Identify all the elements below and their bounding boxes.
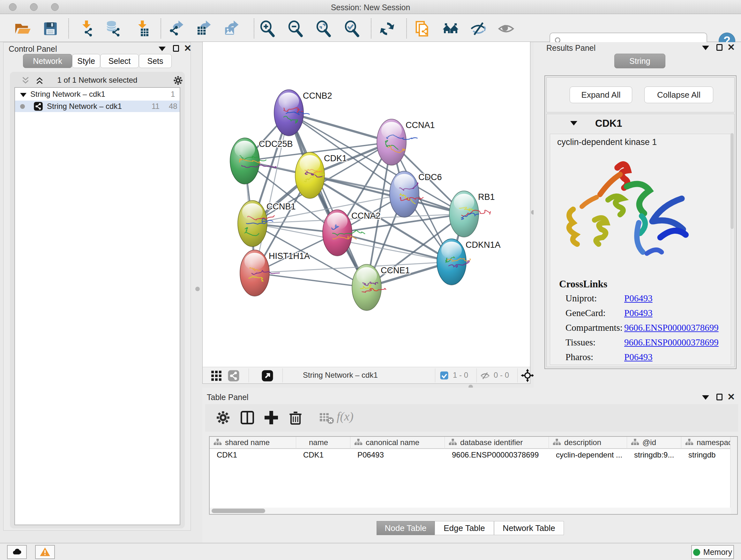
zoom-out-icon[interactable]: [286, 20, 305, 38]
open-session-icon[interactable]: [13, 20, 31, 38]
crosslink-link[interactable]: P06493: [624, 293, 653, 304]
results-panel-float-icon[interactable]: [717, 44, 723, 51]
tab-edge-table[interactable]: Edge Table: [434, 521, 494, 535]
crosslink-link[interactable]: P06493: [624, 308, 653, 318]
tab-string[interactable]: String: [614, 54, 665, 68]
column-header-shared-name[interactable]: shared name: [210, 437, 296, 449]
table-options-gear-icon[interactable]: [214, 409, 232, 427]
open-in-window-icon[interactable]: [261, 369, 274, 382]
import-table-icon[interactable]: [133, 20, 151, 38]
import-network-database-icon[interactable]: [105, 20, 122, 38]
tab-sets[interactable]: Sets: [139, 54, 172, 68]
crosslink-label: GeneCard:: [565, 308, 606, 318]
node-label-RB1: RB1: [478, 192, 495, 202]
attribute-type-icon: [448, 438, 458, 447]
cloud-button[interactable]: [7, 545, 27, 559]
table-cell[interactable]: CDK1: [296, 449, 350, 461]
refresh-icon[interactable]: [378, 20, 396, 38]
warning-button[interactable]: [35, 545, 55, 559]
toolbar-separator: [371, 18, 372, 38]
memory-button[interactable]: Memory: [691, 545, 734, 559]
tab-node-table[interactable]: Node Table: [377, 521, 434, 535]
crosslink-link[interactable]: 9606.ENSP00000378699: [624, 322, 719, 333]
table-horizontal-scrollbar[interactable]: [210, 508, 731, 514]
control-panel-float-icon[interactable]: [173, 45, 179, 52]
collapse-all-button[interactable]: Collapse All: [644, 86, 713, 103]
network-collection-row[interactable]: String Network – cdk11: [15, 88, 180, 100]
table-cell[interactable]: P06493: [350, 449, 445, 461]
show-columns-icon[interactable]: [239, 409, 256, 427]
selected-checkbox-icon[interactable]: [440, 371, 449, 380]
control-panel-close-icon[interactable]: ✕: [184, 43, 192, 54]
node-count: 11: [151, 101, 159, 112]
network-graph[interactable]: CCNB2CCNA1CDC25BCDK1CDC6RB1CCNB1CCNA2CDK…: [203, 42, 530, 367]
import-network-file-icon[interactable]: [77, 20, 95, 38]
zoom-selected-icon[interactable]: [343, 20, 361, 38]
results-panel-title: Results Panel: [546, 44, 596, 53]
function-builder-icon[interactable]: f(x): [337, 409, 354, 423]
title-bar: Session: New Session: [0, 0, 741, 14]
results-scroll-area: Expand All Collapse All CDK1 cyclin-depe…: [544, 75, 737, 369]
column-header-description[interactable]: description: [549, 437, 627, 449]
column-header-name[interactable]: name: [296, 437, 350, 449]
column-header-database-identifier[interactable]: database identifier: [445, 437, 549, 449]
crosslink-link[interactable]: P06493: [624, 352, 653, 362]
column-header-canonical-name[interactable]: canonical name: [350, 437, 445, 449]
clone-network-icon[interactable]: [413, 20, 431, 38]
save-session-icon[interactable]: [42, 20, 59, 38]
table-cell[interactable]: 9606.ENSP00000378699: [445, 449, 549, 461]
node-label-CDC6: CDC6: [418, 172, 442, 182]
gene-section-collapse-icon[interactable]: [570, 121, 577, 125]
crosslink-label: Uniprot:: [565, 293, 597, 304]
network-row[interactable]: String Network – cdk11148: [15, 101, 180, 112]
table-cell[interactable]: cyclin-dependent ...: [549, 449, 627, 461]
main-toolbar: ?: [0, 14, 741, 42]
zoom-in-icon[interactable]: [259, 20, 276, 38]
show-all-icon[interactable]: [497, 20, 515, 38]
zoom-fit-icon[interactable]: [315, 20, 333, 38]
export-network-icon[interactable]: [167, 20, 185, 38]
tab-network[interactable]: Network: [23, 54, 72, 68]
tab-style[interactable]: Style: [72, 54, 100, 68]
table-cell[interactable]: stringdb:9...: [627, 449, 681, 461]
export-table-icon[interactable]: [194, 20, 212, 38]
add-column-icon[interactable]: [262, 409, 280, 427]
results-panel-close-icon[interactable]: ✕: [727, 42, 735, 53]
table-cell[interactable]: CDK1: [210, 449, 296, 461]
column-header--id[interactable]: @id: [627, 437, 681, 449]
results-scrollbar[interactable]: [731, 133, 734, 229]
table-panel-menu-icon[interactable]: [702, 395, 709, 400]
table-cell[interactable]: stringdb: [681, 449, 731, 461]
network-options-gear-icon[interactable]: [172, 74, 184, 86]
results-panel-menu-icon[interactable]: [702, 46, 709, 50]
string-network-icon: [33, 102, 43, 111]
left-splitter-handle[interactable]: [195, 287, 200, 291]
table-panel-close-icon[interactable]: ✕: [727, 391, 735, 402]
hide-selected-icon[interactable]: [469, 20, 487, 38]
control-panel-menu-icon[interactable]: [158, 47, 165, 51]
birds-eye-icon[interactable]: [521, 368, 535, 382]
gene-description: cyclin-dependent kinase 1: [557, 137, 657, 147]
network-view[interactable]: CCNB2CCNA1CDC25BCDK1CDC6RB1CCNB1CCNA2CDK…: [202, 42, 530, 384]
hidden-counts: 0 - 0: [494, 371, 509, 380]
control-panel: Control Panel ✕ NetworkStyleSelectSets 1…: [3, 42, 191, 531]
delete-table-icon[interactable]: [318, 409, 335, 427]
column-header-namespace[interactable]: namespace: [681, 437, 731, 449]
tab-network-table[interactable]: Network Table: [494, 521, 564, 535]
string-query-icon[interactable]: [442, 20, 460, 38]
hidden-eye-icon[interactable]: [480, 370, 490, 381]
export-image-icon[interactable]: [222, 20, 240, 38]
table-vertical-scrollbar[interactable]: [730, 437, 737, 514]
warning-icon: [39, 546, 51, 558]
grid-view-icon[interactable]: [210, 370, 222, 382]
selected-counts: 1 - 0: [453, 371, 468, 380]
toolbar-separator: [68, 18, 69, 38]
delete-column-icon[interactable]: [286, 409, 305, 427]
crosslink-link[interactable]: 9606.ENSP00000378699: [624, 337, 719, 348]
tab-select[interactable]: Select: [100, 54, 139, 68]
expand-all-button[interactable]: Expand All: [569, 86, 632, 103]
tree-expand-icon[interactable]: [20, 93, 26, 97]
crosslinks-title: CrossLinks: [559, 278, 607, 290]
network-thumb-icon[interactable]: [227, 370, 240, 382]
table-panel-float-icon[interactable]: [717, 394, 723, 400]
